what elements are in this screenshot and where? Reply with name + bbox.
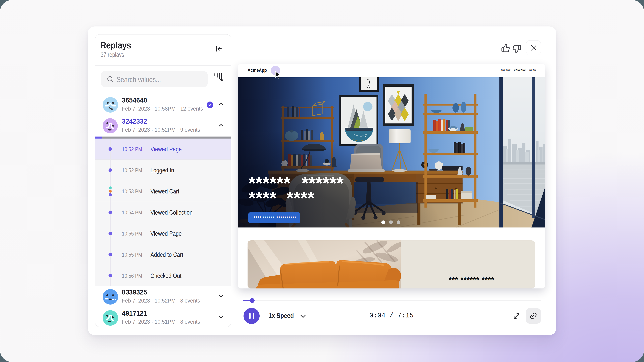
svg-text:**** ****: **** **** — [248, 188, 314, 208]
svg-text:**** ****** **********: **** ****** ********** — [254, 215, 296, 221]
svg-text:*** ****** ****: *** ****** **** — [449, 276, 494, 284]
